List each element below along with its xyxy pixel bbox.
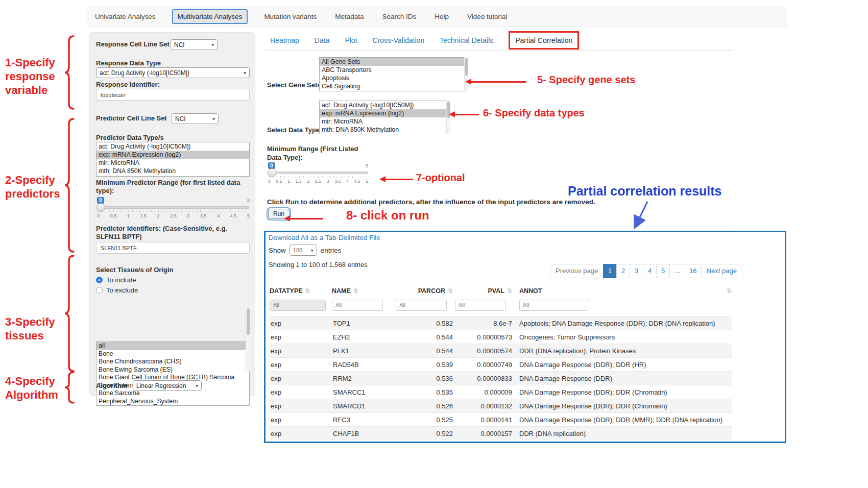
table-row[interactable]: exp PLK1 0.544 0.00000574 DDR (DNA repli… bbox=[270, 344, 732, 357]
filter-name-input[interactable] bbox=[332, 300, 383, 311]
nav-tab[interactable]: Multivariate Analyses bbox=[172, 9, 248, 24]
gene-sets-scrollbar[interactable] bbox=[464, 57, 468, 91]
algorithm-select[interactable]: Linear Regression ▾ bbox=[133, 380, 202, 391]
listbox-option[interactable]: all bbox=[97, 342, 249, 350]
slider-max-label: 5 bbox=[366, 163, 368, 168]
response-cell-line-set-select[interactable]: NCI ▾ bbox=[171, 39, 218, 50]
slider-tick-label: 5 bbox=[247, 213, 250, 218]
cell-parcor: 0.582 bbox=[396, 320, 455, 327]
column-header-parcor[interactable]: PARCOR⇅ bbox=[396, 287, 455, 295]
listbox-option[interactable]: mth: DNA 850K Methylation bbox=[320, 126, 450, 134]
listbox-option[interactable]: Peripheral_Nervous_System bbox=[97, 398, 249, 406]
listbox-option[interactable]: Apoptosis bbox=[320, 74, 468, 82]
nav-tab[interactable]: Univariate Analyses bbox=[93, 10, 158, 23]
sort-icon[interactable]: ⇅ bbox=[507, 287, 512, 295]
listbox-option[interactable]: mir: MicroRNA bbox=[320, 117, 450, 126]
filter-datatype-input[interactable] bbox=[270, 300, 326, 311]
filter-pval-input[interactable] bbox=[455, 300, 506, 311]
show-entries-select[interactable]: 100 ▾ bbox=[290, 245, 317, 256]
result-tab[interactable]: Heatmap bbox=[270, 36, 299, 44]
cell-annot: Apoptosis; DNA Damage Response (DDR); DD… bbox=[514, 320, 732, 327]
table-row[interactable]: exp CHAF1B 0.522 0.0000157 DDR (DNA repl… bbox=[270, 426, 732, 440]
page-number-button[interactable]: 5 bbox=[656, 264, 670, 278]
min-range-slider[interactable]: 0 5 00.511.522.533.544.55 bbox=[268, 162, 368, 186]
previous-page-button[interactable]: Previous page bbox=[550, 264, 604, 278]
listbox-option[interactable]: act: Drug Activity (-log10[IC50M]) bbox=[97, 142, 249, 151]
predictor-data-types-listbox[interactable]: act: Drug Activity (-log10[IC50M])exp: m… bbox=[96, 142, 250, 177]
slider-track[interactable] bbox=[97, 206, 250, 209]
page-number-button[interactable]: 4 bbox=[643, 264, 657, 278]
slider-tickmarks bbox=[98, 210, 249, 212]
data-types-scrollbar[interactable] bbox=[446, 101, 450, 134]
listbox-option[interactable]: act: Drug Activity (-log10[IC50M]) bbox=[320, 101, 450, 109]
nav-tab[interactable]: Mutation variants bbox=[262, 10, 319, 23]
table-row[interactable]: exp RRM2 0.536 0.00000833 DNA Damage Res… bbox=[270, 371, 732, 385]
response-data-type-select[interactable]: act: Drug Activity (-log10[IC50M]) ▾ bbox=[96, 67, 250, 78]
min-predictor-range-slider[interactable]: 0 5 00.511.522.533.544.55 bbox=[97, 197, 250, 221]
response-identifier-input[interactable] bbox=[96, 89, 250, 101]
predictor-identifiers-input[interactable] bbox=[96, 242, 250, 254]
listbox-option[interactable]: Cell Signaling bbox=[320, 82, 468, 90]
tissue-scrollbar[interactable] bbox=[246, 307, 250, 371]
listbox-option[interactable]: mth: DNA 850K Methylation bbox=[97, 167, 249, 175]
min-predictor-range-label: Minimum Predictor Range (for first liste… bbox=[96, 179, 250, 196]
column-header-datatype[interactable]: DATATYPE⇅ bbox=[270, 287, 332, 295]
filter-parcor-input[interactable] bbox=[396, 300, 447, 311]
slider-track[interactable] bbox=[268, 172, 368, 174]
column-header-name[interactable]: NAME⇅ bbox=[332, 287, 396, 295]
tissue-listbox[interactable]: allBoneBone:Chondrosarcoma (CHS)Bone:Ewi… bbox=[96, 341, 250, 406]
column-header-annot[interactable]: ANNOT⇅ bbox=[514, 287, 732, 295]
table-row[interactable]: exp RFC3 0.525 0.0000141 DNA Damage Resp… bbox=[270, 412, 732, 426]
slider-tick-label: 2 bbox=[157, 213, 160, 218]
table-row[interactable]: exp EZH2 0.544 0.00000573 Oncogenes; Tum… bbox=[270, 330, 732, 344]
page-number-button[interactable]: 1 bbox=[603, 264, 617, 278]
main-content: HeatmapDataPlotCross-ValidationTechnical… bbox=[263, 31, 794, 465]
result-tab[interactable]: Data bbox=[315, 36, 330, 44]
nav-tab[interactable]: Help bbox=[432, 10, 451, 23]
listbox-option[interactable]: Bone:Ewing Sarcoma (ES) bbox=[97, 366, 249, 374]
table-row[interactable]: exp RAD54B 0.539 0.00000749 DNA Damage R… bbox=[270, 357, 732, 371]
nav-tab[interactable]: Search IDs bbox=[380, 10, 418, 23]
nav-tab[interactable]: Metadata bbox=[333, 10, 366, 23]
listbox-option[interactable]: All Gene Sets bbox=[320, 58, 468, 66]
radio-exclude-icon[interactable] bbox=[96, 287, 103, 294]
nav-tab[interactable]: Video tutorial bbox=[465, 10, 510, 23]
result-tab[interactable]: Cross-Validation bbox=[373, 36, 425, 44]
column-header-pval[interactable]: PVAL⇅ bbox=[455, 287, 514, 295]
sort-icon[interactable]: ⇅ bbox=[353, 287, 358, 295]
radio-include-icon[interactable] bbox=[96, 277, 103, 283]
listbox-option[interactable]: Bone bbox=[97, 350, 249, 358]
slider-tick-label: 0 bbox=[97, 213, 100, 218]
table-row[interactable]: exp SMARCD1 0.526 0.0000132 DNA Damage R… bbox=[270, 399, 732, 412]
page-number-button[interactable]: … bbox=[669, 264, 685, 278]
table-row[interactable]: exp TOP1 0.582 8.6e-7 Apoptosis; DNA Dam… bbox=[270, 316, 732, 330]
listbox-option[interactable]: ABC Transporters bbox=[320, 66, 468, 74]
page-number-button[interactable]: 2 bbox=[616, 264, 630, 278]
data-types-listbox[interactable]: act: Drug Activity (-log10[IC50M])exp: m… bbox=[319, 101, 450, 134]
filter-annot-input[interactable] bbox=[519, 300, 588, 311]
results-box: Download All as a Tab-Delimited File Sho… bbox=[264, 231, 786, 443]
sort-icon[interactable]: ⇅ bbox=[448, 287, 453, 295]
download-link[interactable]: Download All as a Tab-Delimited File bbox=[269, 234, 380, 241]
listbox-option[interactable]: mir: MicroRNA bbox=[97, 159, 249, 167]
page-number-button[interactable]: 3 bbox=[630, 264, 643, 278]
listbox-option[interactable]: exp: mRNA Expression (log2) bbox=[320, 109, 450, 117]
result-tab[interactable]: Plot bbox=[345, 36, 357, 44]
table-row[interactable]: exp SMARCC1 0.535 0.000009 DNA Damage Re… bbox=[270, 385, 732, 399]
predictor-cell-line-set-select[interactable]: NCI ▾ bbox=[172, 113, 219, 124]
next-page-button[interactable]: Next page bbox=[701, 264, 742, 278]
result-tab[interactable]: Partial Correlation bbox=[509, 31, 579, 50]
table-filter-row bbox=[270, 300, 732, 311]
top-nav: Univariate Analyses Multivariate Analyse… bbox=[87, 7, 787, 27]
sort-icon[interactable]: ⇅ bbox=[727, 287, 732, 295]
tabs-divider bbox=[266, 50, 733, 51]
sort-icon[interactable]: ⇅ bbox=[305, 287, 310, 295]
page-number-button[interactable]: 16 bbox=[685, 264, 701, 278]
tissue-include-radio-row[interactable]: To include bbox=[96, 276, 136, 284]
gene-sets-listbox[interactable]: All Gene SetsABC TransportersApoptosisCe… bbox=[319, 57, 468, 91]
result-tab[interactable]: Technical Details bbox=[440, 36, 493, 44]
listbox-option[interactable]: exp: mRNA Expression (log2) bbox=[97, 151, 249, 159]
listbox-option[interactable]: Bone:Chondrosarcoma (CHS) bbox=[97, 358, 249, 366]
annotation-bracket-2 bbox=[63, 117, 76, 253]
tissue-exclude-radio-row[interactable]: To exclude bbox=[96, 286, 138, 294]
